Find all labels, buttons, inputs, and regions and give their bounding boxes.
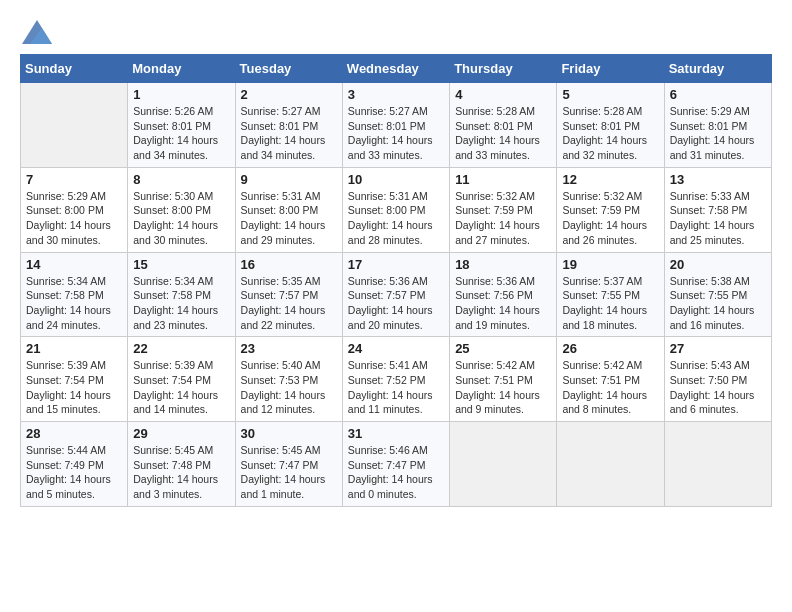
day-number: 15 [133,257,229,272]
day-cell: 30Sunrise: 5:45 AM Sunset: 7:47 PM Dayli… [235,422,342,507]
day-info: Sunrise: 5:30 AM Sunset: 8:00 PM Dayligh… [133,189,229,248]
day-number: 8 [133,172,229,187]
day-cell: 27Sunrise: 5:43 AM Sunset: 7:50 PM Dayli… [664,337,771,422]
day-info: Sunrise: 5:42 AM Sunset: 7:51 PM Dayligh… [562,358,658,417]
day-info: Sunrise: 5:31 AM Sunset: 8:00 PM Dayligh… [348,189,444,248]
day-info: Sunrise: 5:33 AM Sunset: 7:58 PM Dayligh… [670,189,766,248]
header [20,20,772,44]
day-info: Sunrise: 5:32 AM Sunset: 7:59 PM Dayligh… [562,189,658,248]
day-number: 14 [26,257,122,272]
day-number: 27 [670,341,766,356]
day-info: Sunrise: 5:38 AM Sunset: 7:55 PM Dayligh… [670,274,766,333]
day-cell: 7Sunrise: 5:29 AM Sunset: 8:00 PM Daylig… [21,167,128,252]
day-cell [450,422,557,507]
day-cell: 1Sunrise: 5:26 AM Sunset: 8:01 PM Daylig… [128,83,235,168]
header-cell-thursday: Thursday [450,55,557,83]
day-number: 28 [26,426,122,441]
header-cell-tuesday: Tuesday [235,55,342,83]
day-cell [21,83,128,168]
logo [20,20,52,44]
day-number: 21 [26,341,122,356]
day-info: Sunrise: 5:45 AM Sunset: 7:47 PM Dayligh… [241,443,337,502]
day-info: Sunrise: 5:27 AM Sunset: 8:01 PM Dayligh… [241,104,337,163]
day-number: 20 [670,257,766,272]
week-row-3: 14Sunrise: 5:34 AM Sunset: 7:58 PM Dayli… [21,252,772,337]
day-cell: 5Sunrise: 5:28 AM Sunset: 8:01 PM Daylig… [557,83,664,168]
day-number: 4 [455,87,551,102]
logo-icon [22,20,52,44]
day-number: 30 [241,426,337,441]
day-number: 18 [455,257,551,272]
day-cell: 31Sunrise: 5:46 AM Sunset: 7:47 PM Dayli… [342,422,449,507]
day-number: 16 [241,257,337,272]
day-info: Sunrise: 5:39 AM Sunset: 7:54 PM Dayligh… [26,358,122,417]
day-info: Sunrise: 5:36 AM Sunset: 7:57 PM Dayligh… [348,274,444,333]
day-cell: 24Sunrise: 5:41 AM Sunset: 7:52 PM Dayli… [342,337,449,422]
day-info: Sunrise: 5:29 AM Sunset: 8:01 PM Dayligh… [670,104,766,163]
day-number: 26 [562,341,658,356]
day-cell: 29Sunrise: 5:45 AM Sunset: 7:48 PM Dayli… [128,422,235,507]
day-cell: 22Sunrise: 5:39 AM Sunset: 7:54 PM Dayli… [128,337,235,422]
day-info: Sunrise: 5:29 AM Sunset: 8:00 PM Dayligh… [26,189,122,248]
day-cell: 25Sunrise: 5:42 AM Sunset: 7:51 PM Dayli… [450,337,557,422]
day-info: Sunrise: 5:28 AM Sunset: 8:01 PM Dayligh… [562,104,658,163]
week-row-2: 7Sunrise: 5:29 AM Sunset: 8:00 PM Daylig… [21,167,772,252]
day-info: Sunrise: 5:26 AM Sunset: 8:01 PM Dayligh… [133,104,229,163]
calendar-body: 1Sunrise: 5:26 AM Sunset: 8:01 PM Daylig… [21,83,772,507]
day-info: Sunrise: 5:34 AM Sunset: 7:58 PM Dayligh… [26,274,122,333]
week-row-5: 28Sunrise: 5:44 AM Sunset: 7:49 PM Dayli… [21,422,772,507]
day-cell: 4Sunrise: 5:28 AM Sunset: 8:01 PM Daylig… [450,83,557,168]
day-cell [557,422,664,507]
header-cell-saturday: Saturday [664,55,771,83]
day-number: 2 [241,87,337,102]
day-cell: 28Sunrise: 5:44 AM Sunset: 7:49 PM Dayli… [21,422,128,507]
day-number: 3 [348,87,444,102]
day-cell: 16Sunrise: 5:35 AM Sunset: 7:57 PM Dayli… [235,252,342,337]
day-info: Sunrise: 5:28 AM Sunset: 8:01 PM Dayligh… [455,104,551,163]
day-cell: 17Sunrise: 5:36 AM Sunset: 7:57 PM Dayli… [342,252,449,337]
week-row-1: 1Sunrise: 5:26 AM Sunset: 8:01 PM Daylig… [21,83,772,168]
day-number: 17 [348,257,444,272]
day-cell: 10Sunrise: 5:31 AM Sunset: 8:00 PM Dayli… [342,167,449,252]
day-number: 9 [241,172,337,187]
day-cell: 26Sunrise: 5:42 AM Sunset: 7:51 PM Dayli… [557,337,664,422]
day-number: 29 [133,426,229,441]
day-number: 25 [455,341,551,356]
day-cell: 21Sunrise: 5:39 AM Sunset: 7:54 PM Dayli… [21,337,128,422]
header-cell-friday: Friday [557,55,664,83]
day-number: 24 [348,341,444,356]
day-info: Sunrise: 5:45 AM Sunset: 7:48 PM Dayligh… [133,443,229,502]
day-cell: 2Sunrise: 5:27 AM Sunset: 8:01 PM Daylig… [235,83,342,168]
day-info: Sunrise: 5:35 AM Sunset: 7:57 PM Dayligh… [241,274,337,333]
day-info: Sunrise: 5:36 AM Sunset: 7:56 PM Dayligh… [455,274,551,333]
calendar-table: SundayMondayTuesdayWednesdayThursdayFrid… [20,54,772,507]
day-info: Sunrise: 5:40 AM Sunset: 7:53 PM Dayligh… [241,358,337,417]
day-info: Sunrise: 5:41 AM Sunset: 7:52 PM Dayligh… [348,358,444,417]
day-cell: 23Sunrise: 5:40 AM Sunset: 7:53 PM Dayli… [235,337,342,422]
day-info: Sunrise: 5:27 AM Sunset: 8:01 PM Dayligh… [348,104,444,163]
day-cell: 20Sunrise: 5:38 AM Sunset: 7:55 PM Dayli… [664,252,771,337]
day-cell: 15Sunrise: 5:34 AM Sunset: 7:58 PM Dayli… [128,252,235,337]
day-cell: 14Sunrise: 5:34 AM Sunset: 7:58 PM Dayli… [21,252,128,337]
day-cell: 19Sunrise: 5:37 AM Sunset: 7:55 PM Dayli… [557,252,664,337]
day-number: 19 [562,257,658,272]
day-number: 6 [670,87,766,102]
day-cell: 3Sunrise: 5:27 AM Sunset: 8:01 PM Daylig… [342,83,449,168]
day-cell [664,422,771,507]
day-info: Sunrise: 5:46 AM Sunset: 7:47 PM Dayligh… [348,443,444,502]
day-number: 22 [133,341,229,356]
day-info: Sunrise: 5:34 AM Sunset: 7:58 PM Dayligh… [133,274,229,333]
calendar-header: SundayMondayTuesdayWednesdayThursdayFrid… [21,55,772,83]
day-info: Sunrise: 5:42 AM Sunset: 7:51 PM Dayligh… [455,358,551,417]
day-number: 5 [562,87,658,102]
day-number: 12 [562,172,658,187]
day-info: Sunrise: 5:44 AM Sunset: 7:49 PM Dayligh… [26,443,122,502]
day-cell: 18Sunrise: 5:36 AM Sunset: 7:56 PM Dayli… [450,252,557,337]
week-row-4: 21Sunrise: 5:39 AM Sunset: 7:54 PM Dayli… [21,337,772,422]
day-info: Sunrise: 5:39 AM Sunset: 7:54 PM Dayligh… [133,358,229,417]
day-info: Sunrise: 5:37 AM Sunset: 7:55 PM Dayligh… [562,274,658,333]
day-cell: 9Sunrise: 5:31 AM Sunset: 8:00 PM Daylig… [235,167,342,252]
day-cell: 12Sunrise: 5:32 AM Sunset: 7:59 PM Dayli… [557,167,664,252]
header-cell-sunday: Sunday [21,55,128,83]
day-cell: 13Sunrise: 5:33 AM Sunset: 7:58 PM Dayli… [664,167,771,252]
